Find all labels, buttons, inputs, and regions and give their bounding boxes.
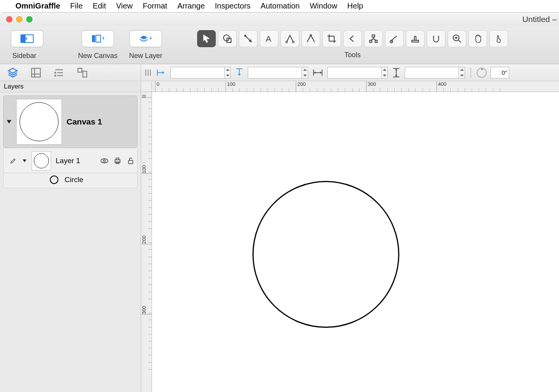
- shape-tool[interactable]: [218, 30, 237, 47]
- main-toolbar: Sidebar + New Canvas + New Layer A: [0, 26, 559, 64]
- sidebar-tabs: [0, 64, 141, 81]
- svg-line-31: [458, 40, 461, 43]
- new-canvas-button[interactable]: +: [82, 30, 114, 47]
- left-sidebar: Layers Canvas 1 Layer 1: [0, 64, 141, 392]
- print-icon[interactable]: [113, 157, 122, 165]
- new-layer-label: New Layer: [129, 52, 162, 60]
- height-icon: [392, 67, 401, 78]
- sidebar-icon: [20, 33, 34, 44]
- vertical-ruler[interactable]: 0100200300: [141, 92, 152, 392]
- window-zoom-button[interactable]: [26, 16, 32, 22]
- visibility-icon[interactable]: [100, 157, 109, 165]
- svg-rect-35: [32, 68, 41, 77]
- selection-panel-icon: [77, 67, 88, 78]
- new-layer-button[interactable]: +: [130, 30, 162, 47]
- back-tool[interactable]: [343, 30, 362, 47]
- diagram-tool[interactable]: [364, 30, 383, 47]
- menu-help[interactable]: Help: [347, 2, 363, 10]
- pencil-icon[interactable]: [10, 157, 17, 164]
- sidebar-section-header: Layers: [0, 81, 141, 92]
- svg-rect-4: [96, 35, 101, 42]
- svg-line-45: [82, 70, 83, 73]
- window-title: Untitled –: [522, 15, 557, 24]
- lock-icon[interactable]: [126, 157, 135, 165]
- rotation-dial[interactable]: [477, 68, 487, 78]
- crop-tool[interactable]: [322, 30, 341, 47]
- width-field[interactable]: [327, 67, 382, 78]
- window-minimize-button[interactable]: [16, 16, 22, 22]
- sidebar-tab-selection[interactable]: [77, 67, 88, 78]
- sidebar-tab-guides[interactable]: [30, 67, 42, 78]
- zoom-tool[interactable]: [448, 30, 466, 47]
- canvas-surface[interactable]: [152, 92, 559, 392]
- selection-tool[interactable]: [197, 30, 216, 47]
- svg-rect-24: [375, 40, 377, 42]
- disclosure-triangle-icon[interactable]: [7, 120, 12, 124]
- height-field[interactable]: [405, 67, 459, 78]
- guides-icon: [30, 67, 42, 78]
- svg-marker-59: [162, 71, 164, 74]
- rubber-stamp-tool[interactable]: [406, 30, 424, 47]
- height-stepper[interactable]: [459, 67, 465, 78]
- text-tool[interactable]: A: [260, 30, 278, 47]
- layer-disclosure-icon[interactable]: [23, 159, 27, 162]
- menu-edit[interactable]: Edit: [93, 2, 106, 10]
- y-position-field[interactable]: [248, 67, 302, 78]
- menu-file[interactable]: File: [70, 2, 83, 10]
- svg-marker-2: [26, 37, 27, 40]
- rotation-field[interactable]: 0°: [491, 67, 509, 78]
- toggle-sidebar-label: Sidebar: [12, 52, 36, 60]
- magnet-tool[interactable]: [427, 30, 445, 47]
- svg-point-48: [101, 159, 108, 163]
- toggle-sidebar-button[interactable]: [11, 30, 43, 47]
- shape-name-label[interactable]: Circle: [65, 176, 84, 184]
- new-canvas-label: New Canvas: [78, 52, 118, 60]
- sidebar-tab-outline[interactable]: [53, 67, 65, 78]
- width-icon: [312, 68, 324, 77]
- y-position-icon: [235, 67, 244, 78]
- shape-row[interactable]: Circle: [3, 173, 138, 188]
- distribute-icon[interactable]: [144, 68, 152, 77]
- action-tool[interactable]: [489, 30, 508, 47]
- width-stepper[interactable]: [382, 67, 388, 78]
- menu-view[interactable]: View: [116, 2, 133, 10]
- line-tool[interactable]: [239, 30, 257, 47]
- svg-marker-62: [238, 74, 241, 76]
- layer-row[interactable]: Layer 1: [3, 148, 138, 173]
- svg-rect-29: [412, 40, 418, 42]
- svg-point-47: [34, 153, 49, 168]
- style-brush-tool[interactable]: [385, 30, 404, 47]
- macos-menubar: OmniGraffle File Edit View Format Arrang…: [0, 0, 559, 12]
- app-menu[interactable]: OmniGraffle: [15, 2, 60, 10]
- menu-automation[interactable]: Automation: [261, 2, 300, 10]
- hand-tool[interactable]: [469, 30, 487, 47]
- canvas-item[interactable]: Canvas 1: [3, 95, 138, 148]
- svg-rect-3: [92, 35, 95, 42]
- point-edit-tool[interactable]: [302, 30, 320, 47]
- menu-format[interactable]: Format: [143, 2, 167, 10]
- sidebar-tab-layers[interactable]: [7, 67, 19, 78]
- svg-text:+: +: [102, 35, 104, 41]
- circle-shape[interactable]: [252, 181, 399, 328]
- tools-label: Tools: [344, 51, 361, 59]
- window-close-button[interactable]: [6, 16, 12, 22]
- y-position-stepper[interactable]: [302, 67, 308, 78]
- x-position-stepper[interactable]: [225, 67, 231, 78]
- layer-add-icon: +: [139, 33, 152, 44]
- x-position-field[interactable]: [170, 67, 225, 78]
- ruler-corner: [141, 81, 152, 92]
- menu-inspectors[interactable]: Inspectors: [215, 2, 251, 10]
- layer-thumbnail: [32, 151, 51, 170]
- canvas-name-label[interactable]: Canvas 1: [66, 117, 102, 126]
- svg-marker-8: [204, 35, 210, 43]
- layer-name-label[interactable]: Layer 1: [56, 157, 80, 165]
- svg-rect-43: [78, 68, 82, 72]
- menu-arrange[interactable]: Arrange: [177, 2, 205, 10]
- horizontal-ruler[interactable]: 0100200300400: [152, 81, 559, 92]
- x-position-icon: [156, 68, 167, 77]
- menu-window[interactable]: Window: [310, 2, 337, 10]
- svg-text:A: A: [266, 34, 271, 44]
- layers-icon: [7, 67, 19, 78]
- pen-tool[interactable]: [281, 30, 299, 47]
- svg-rect-1: [21, 35, 26, 43]
